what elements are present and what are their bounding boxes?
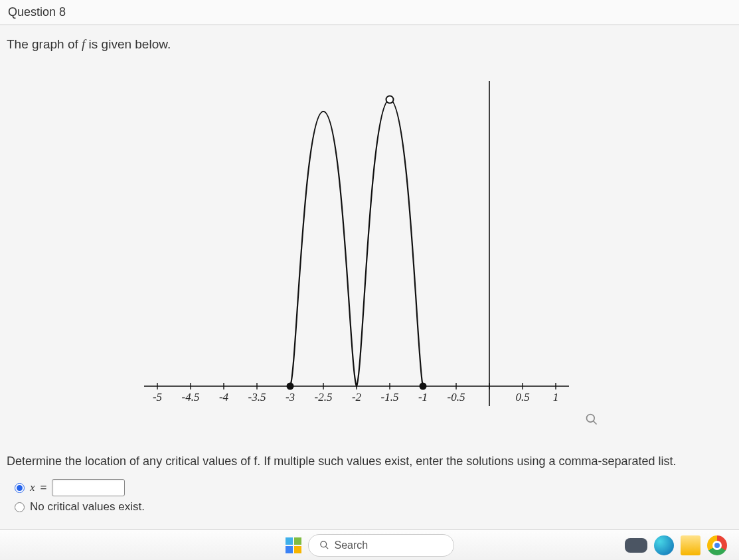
weather-icon[interactable] — [625, 538, 647, 553]
graph-svg: -5-4.5-4-3.5-3-2.5-2-1.5-1-0.50.51 — [118, 61, 622, 433]
svg-text:1: 1 — [552, 391, 558, 403]
taskbar-search[interactable]: Search — [308, 534, 454, 557]
svg-line-26 — [593, 421, 596, 425]
graph-plot: -5-4.5-4-3.5-3-2.5-2-1.5-1-0.50.51 — [118, 61, 622, 433]
endpoint-right-closed — [419, 383, 426, 390]
svg-text:-4: -4 — [218, 391, 228, 403]
search-icon — [319, 540, 329, 550]
svg-text:-3: -3 — [285, 391, 294, 403]
answer-options: x = No critical values exist. — [15, 479, 732, 514]
svg-line-28 — [325, 546, 328, 549]
svg-text:-1.5: -1.5 — [380, 391, 398, 403]
question-header: Question 8 — [0, 0, 739, 25]
taskbar: Search — [0, 529, 739, 560]
label-equals: = — [41, 481, 47, 494]
svg-text:-5: -5 — [152, 391, 161, 403]
svg-text:-3.5: -3.5 — [248, 391, 266, 403]
prompt-text: The graph of f is given below. — [7, 37, 732, 52]
prompt-pre: The graph of — [7, 37, 82, 51]
svg-point-25 — [586, 415, 594, 423]
peak-open-dot — [386, 96, 393, 104]
endpoint-left-closed — [286, 383, 293, 390]
option-x-equals[interactable]: x = — [15, 479, 732, 496]
svg-text:0.5: 0.5 — [515, 391, 529, 403]
svg-text:-2: -2 — [351, 391, 361, 403]
label-x: x — [30, 481, 35, 494]
instruction-post: . If multiple such values exist, enter t… — [257, 455, 676, 468]
main-content: The graph of f is given below. -5-4.5-4-… — [0, 25, 739, 524]
search-placeholder: Search — [335, 539, 369, 551]
svg-text:-4.5: -4.5 — [181, 391, 199, 403]
radio-no-critical[interactable] — [15, 502, 25, 512]
label-no-critical: No critical values exist. — [30, 500, 145, 514]
curve-f — [290, 100, 423, 386]
edge-icon[interactable] — [654, 535, 674, 555]
critical-values-input[interactable] — [52, 479, 125, 496]
prompt-post: is given below. — [85, 37, 171, 51]
magnify-icon[interactable] — [585, 413, 598, 429]
svg-text:-2.5: -2.5 — [314, 391, 332, 403]
svg-point-27 — [320, 541, 326, 547]
svg-text:-1: -1 — [418, 391, 427, 403]
option-no-critical[interactable]: No critical values exist. — [15, 500, 732, 514]
question-number: Question 8 — [8, 5, 66, 19]
taskbar-right — [625, 535, 727, 555]
instruction-pre: Determine the location of any critical v… — [7, 455, 254, 468]
svg-text:-0.5: -0.5 — [447, 391, 465, 403]
radio-x-equals[interactable] — [15, 483, 25, 493]
chrome-icon[interactable] — [707, 535, 727, 555]
start-button[interactable] — [286, 537, 301, 553]
instruction-text: Determine the location of any critical v… — [7, 453, 732, 470]
file-explorer-icon[interactable] — [681, 535, 700, 555]
